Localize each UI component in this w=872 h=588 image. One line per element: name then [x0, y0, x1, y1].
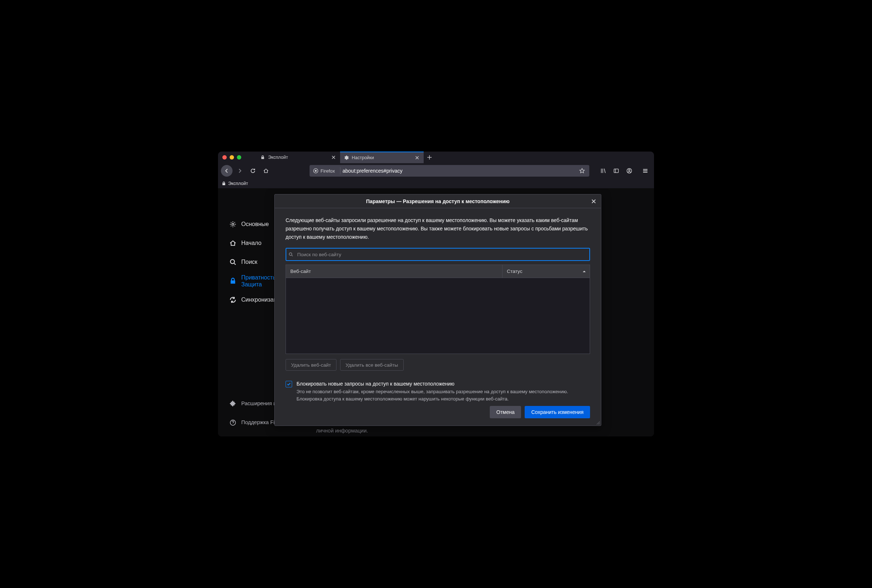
block-help-text: Это не позволит веб-сайтам, кроме перечи… — [297, 388, 590, 402]
block-checkbox[interactable] — [286, 381, 292, 387]
table-header: Веб-сайт Статус — [286, 265, 590, 278]
dialog-description: Следующие веб-сайты запросили разрешение… — [286, 216, 590, 241]
lock-icon — [222, 182, 226, 186]
app-menu-button[interactable] — [640, 165, 651, 177]
sidebar-item-label: Основные — [241, 220, 269, 228]
background-text: личной информации. — [316, 428, 368, 434]
tab-settings[interactable]: Настройки — [340, 152, 424, 163]
library-button[interactable] — [597, 165, 609, 177]
svg-point-4 — [629, 170, 630, 171]
dialog-close-button[interactable] — [589, 197, 598, 206]
home-icon — [229, 239, 237, 247]
sidebar-item-label: Начало — [241, 240, 262, 246]
nav-toolbar: Firefox about:preferences#privacy — [218, 163, 654, 178]
tab-exploit[interactable]: Эксплойт — [256, 152, 340, 163]
puzzle-icon — [229, 400, 237, 408]
save-button[interactable]: Сохранить изменения — [524, 406, 590, 418]
svg-point-8 — [289, 253, 292, 255]
url-bar[interactable]: Firefox about:preferences#privacy — [310, 165, 589, 177]
search-icon — [289, 252, 293, 257]
toolbar-right — [597, 165, 651, 177]
minimize-window-button[interactable] — [230, 155, 234, 159]
site-list[interactable] — [286, 278, 590, 354]
column-status[interactable]: Статус — [502, 265, 590, 278]
block-label: Блокировать новые запросы на доступ к ва… — [297, 381, 590, 387]
svg-rect-2 — [614, 169, 619, 172]
dialog-title-bar: Параметры — Разрешения на доступ к место… — [275, 194, 601, 208]
remove-buttons-row: Удалить веб-сайт Удалить все веб-сайты — [286, 359, 590, 370]
close-window-button[interactable] — [222, 155, 227, 159]
reload-button[interactable] — [247, 165, 259, 177]
maximize-window-button[interactable] — [237, 155, 241, 159]
svg-point-1 — [315, 170, 316, 171]
sync-icon — [229, 296, 237, 304]
bookmarks-bar: Эксплойт — [218, 178, 654, 189]
search-icon — [229, 258, 237, 266]
search-row — [286, 248, 590, 261]
home-button[interactable] — [260, 165, 272, 177]
new-tab-button[interactable] — [424, 152, 435, 163]
block-new-requests-row: Блокировать новые запросы на доступ к ва… — [286, 381, 590, 402]
bookmark-star-icon[interactable] — [577, 168, 587, 174]
close-tab-icon[interactable] — [414, 155, 420, 160]
column-site[interactable]: Веб-сайт — [286, 265, 502, 278]
site-search-input[interactable] — [286, 248, 590, 261]
window-controls — [218, 152, 246, 163]
lock-icon — [260, 155, 265, 160]
forward-button[interactable] — [234, 165, 246, 177]
account-button[interactable] — [623, 165, 635, 177]
bookmark-label: Эксплойт — [228, 181, 248, 186]
remove-site-button[interactable]: Удалить веб-сайт — [286, 359, 336, 370]
lock-icon — [229, 277, 237, 285]
sidebar-item-label: Поиск — [241, 258, 257, 265]
close-tab-icon[interactable] — [331, 154, 336, 160]
brand-label: Firefox — [321, 168, 335, 174]
dialog-footer: Отмена Сохранить изменения — [286, 402, 590, 418]
svg-point-5 — [232, 223, 234, 225]
sort-up-icon — [583, 270, 586, 273]
remove-all-sites-button[interactable]: Удалить все веб-сайты — [340, 359, 404, 370]
gear-icon — [344, 155, 349, 160]
tab-strip: Эксплойт Настройки — [256, 152, 435, 163]
location-permissions-dialog: Параметры — Разрешения на доступ к место… — [274, 194, 601, 426]
gear-icon — [229, 220, 237, 228]
separator — [340, 167, 340, 174]
url-text: about:preferences#privacy — [343, 168, 575, 174]
sidebar-button[interactable] — [610, 165, 622, 177]
back-button[interactable] — [221, 165, 232, 177]
tab-label: Настройки — [352, 155, 411, 160]
svg-point-6 — [230, 260, 234, 264]
cancel-button[interactable]: Отмена — [490, 406, 521, 418]
bookmark-item[interactable]: Эксплойт — [222, 181, 248, 186]
dialog-body: Следующие веб-сайты запросили разрешение… — [275, 208, 601, 426]
title-bar: Эксплойт Настройки — [218, 152, 654, 163]
help-icon — [229, 418, 237, 427]
identity-box[interactable]: Firefox — [312, 166, 338, 175]
resize-grip-icon[interactable] — [596, 420, 600, 425]
dialog-title: Параметры — Разрешения на доступ к место… — [366, 198, 510, 204]
tab-label: Эксплойт — [268, 155, 328, 160]
preferences-content: Основные Начало Поиск Приватность и Защи… — [218, 189, 654, 436]
browser-window: Эксплойт Настройки — [218, 152, 654, 436]
